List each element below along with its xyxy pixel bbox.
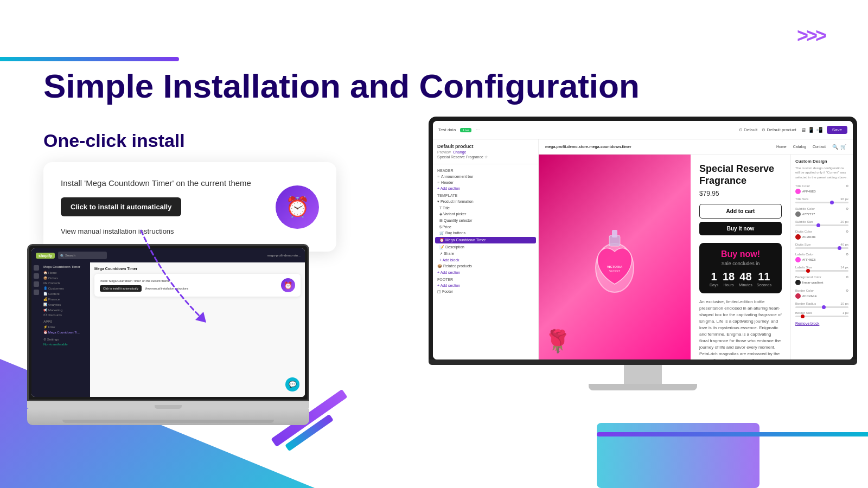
countdown-minutes: 48 Minutes: [739, 271, 752, 287]
page-title: Simple Installation and Configuration: [43, 68, 640, 105]
laptop-foot: [62, 420, 274, 423]
sidebar-qty-selector[interactable]: ⊞ Quantity selector: [435, 217, 536, 224]
shopify-search[interactable]: 🔍 Search: [58, 252, 107, 259]
sidebar-settings[interactable]: ⚙ Settings: [43, 337, 88, 341]
svg-rect-3: [612, 230, 617, 237]
sidebar-add-block[interactable]: + Add block: [435, 257, 536, 263]
monitor-preview-area: mega-profit-demo-store-mega-countdown-ti…: [539, 139, 853, 359]
search-nav-icon[interactable]: 🔍: [832, 144, 838, 150]
digits-color-swatch[interactable]: [795, 234, 801, 240]
border-size-value: 1 px: [843, 311, 848, 314]
seconds-label: Seconds: [757, 283, 771, 287]
special-reserve-label: Special Reserve Fragrance ☆: [437, 155, 534, 159]
shopify-sidebar: Mega Countdown Timer 🏠 Home 📦 Orders 🛍 P…: [41, 262, 90, 397]
product-bottle-svg: VICTORIA SECRET: [585, 214, 644, 300]
sidebar-products[interactable]: 🛍 Products: [43, 281, 88, 285]
sidebar-share[interactable]: ↗ Share: [435, 251, 536, 257]
subtitle-color-swatch[interactable]: [795, 211, 801, 217]
sidebar-header[interactable]: ≡ Header: [435, 179, 536, 185]
default-product-label[interactable]: ⊙ Default product: [762, 127, 796, 132]
title-size-slider[interactable]: [795, 202, 848, 203]
border-color-icon[interactable]: ⚙: [846, 288, 848, 292]
border-color-swatch[interactable]: [795, 293, 801, 299]
test-data-tab[interactable]: Test data: [438, 127, 456, 132]
subtitle-color-icon[interactable]: ⚙: [846, 207, 848, 210]
auto-install-button[interactable]: Click to install it automatically: [61, 197, 181, 216]
remove-block-link[interactable]: Remove block: [795, 322, 848, 325]
sidebar-add-section-3[interactable]: + Add section: [435, 282, 536, 288]
sidebar-discounts[interactable]: 🏷 Discounts: [43, 313, 88, 317]
live-badge: Live: [460, 128, 471, 132]
countdown-subtitle: Sale concludes in: [706, 261, 775, 266]
labels-color-icon[interactable]: ⚙: [846, 252, 848, 256]
border-radius-thumb: [822, 305, 826, 309]
sidebar-default-product: Default product: [437, 144, 534, 149]
sidebar-price[interactable]: $ Price: [435, 224, 536, 230]
sidebar-preview-row: Preview Change: [437, 150, 534, 154]
sidebar-buy-buttons[interactable]: 🛒 Buy buttons: [435, 230, 536, 236]
sidebar-analytics[interactable]: 📊 Analytics: [43, 303, 88, 306]
labels-color-swatch[interactable]: [795, 257, 801, 262]
sidebar-content[interactable]: 📄 Content: [43, 292, 88, 296]
buy-now-button[interactable]: Buy it now: [699, 222, 782, 235]
digits-size-slider[interactable]: [795, 247, 848, 249]
search-icon: 🔍: [60, 254, 64, 258]
title-color-icon[interactable]: ⚙: [846, 184, 848, 188]
labels-color-label: Labels Color: [795, 253, 814, 256]
shopify-logo: shopify: [36, 253, 55, 259]
desktop-icon[interactable]: 🖥: [801, 127, 806, 133]
add-to-cart-button[interactable]: Add to cart: [699, 204, 782, 219]
digits-size-thumb: [838, 246, 841, 250]
bg-color-label: Background Color: [795, 275, 821, 279]
nav-catalog[interactable]: Catalog: [793, 145, 806, 149]
sidebar-title[interactable]: T Title: [435, 205, 536, 211]
save-button[interactable]: Save: [827, 126, 847, 134]
monitor-sidebar: Default product Preview Change Special R…: [433, 139, 539, 359]
sidebar-add-section-2[interactable]: + Add section: [435, 269, 536, 275]
change-link[interactable]: Change: [453, 150, 467, 154]
sidebar-add-section-1[interactable]: + Add section: [435, 185, 536, 191]
title-color-swatch[interactable]: [795, 189, 801, 194]
countdown-hours: 18 Hours: [723, 271, 735, 287]
sidebar-product-info[interactable]: ▾ Product information: [435, 198, 536, 205]
sidebar-finance[interactable]: 💰 Finance: [43, 297, 88, 301]
template-section-label: Template: [435, 191, 536, 198]
sidebar-customers[interactable]: 👤 Customers: [43, 286, 88, 290]
sidebar-heading: Mega Countdown Timer: [43, 265, 88, 268]
bg-color-icon[interactable]: ⚙: [846, 275, 848, 279]
default-label[interactable]: ⊙ Default: [739, 127, 758, 132]
monitor-body: Default product Preview Change Special R…: [433, 139, 853, 359]
border-size-slider[interactable]: [795, 316, 848, 317]
countdown-title: Buy now!: [706, 249, 775, 259]
chat-bubble[interactable]: 💬: [285, 377, 299, 391]
sidebar-mega-countdown[interactable]: ⏰ Mega Countdown Ti...: [43, 330, 88, 334]
digits-color-icon[interactable]: ⚙: [846, 229, 848, 233]
apps-label: Apps: [43, 320, 88, 323]
cart-nav-icon[interactable]: 🛒: [840, 144, 846, 150]
subtitle-size-slider[interactable]: [795, 224, 848, 226]
tablet-icon[interactable]: 📱: [808, 127, 814, 133]
preview-label: Preview: [437, 150, 451, 154]
chevron-arrows-icon: >>>: [797, 24, 825, 47]
sidebar-footer[interactable]: ◫ Footer: [435, 288, 536, 295]
sidebar-flow[interactable]: ⚡ Flow: [43, 325, 88, 329]
sidebar-orders[interactable]: 📦 Orders: [43, 276, 88, 280]
laptop-body: [27, 401, 309, 409]
sidebar-mega-countdown-timer[interactable]: ⏰ Mega Countdown Timer: [435, 237, 536, 243]
nav-home[interactable]: Home: [776, 145, 787, 149]
countdown-days: 1 Days: [710, 271, 718, 287]
sidebar-related-products[interactable]: 📦 Related products: [435, 263, 536, 269]
sidebar-announcement-bar[interactable]: ≡ Announcement bar: [435, 174, 536, 179]
bg-color-swatch[interactable]: [795, 280, 801, 285]
seconds-number: 11: [757, 271, 771, 283]
sidebar-description[interactable]: 📝 Description: [435, 244, 536, 251]
nav-contact[interactable]: Contact: [813, 145, 826, 149]
labels-size-slider[interactable]: [795, 270, 848, 272]
border-radius-slider[interactable]: [795, 306, 848, 308]
sidebar-home[interactable]: 🏠 Home: [43, 271, 88, 274]
days-number: 1: [710, 271, 718, 283]
minutes-label: Minutes: [739, 283, 752, 287]
mobile-icon[interactable]: 📲: [816, 127, 822, 133]
sidebar-variant-picker[interactable]: ◈ Variant picker: [435, 211, 536, 217]
sidebar-marketing[interactable]: 📢 Marketing: [43, 308, 88, 312]
